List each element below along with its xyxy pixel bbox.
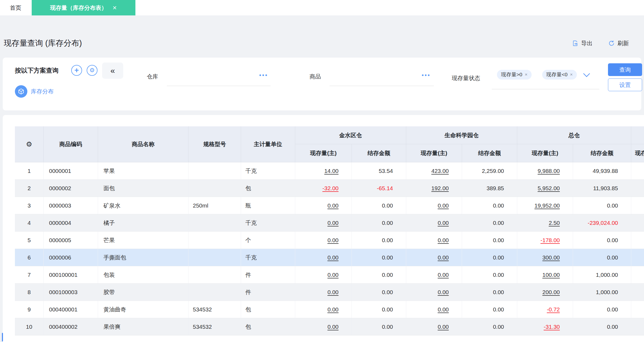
balance-amount-value: 0.00 bbox=[382, 254, 393, 261]
cell-row-number: 2 bbox=[15, 180, 44, 197]
stock-qty-link[interactable]: 14.00 bbox=[324, 168, 339, 174]
stock-qty-link[interactable]: 0.00 bbox=[438, 254, 449, 261]
stock-qty-link[interactable]: 0.00 bbox=[327, 324, 339, 330]
title-bar: 现存量查询 (库存分布) 导出 刷新 bbox=[4, 32, 629, 54]
stock-qty-link[interactable]: 0.00 bbox=[438, 324, 449, 330]
cell-product-code: 0000001 bbox=[44, 162, 98, 180]
tab-home-label: 首页 bbox=[10, 4, 21, 12]
cell-row-number: 8 bbox=[15, 284, 44, 301]
cell-stock-qty: 2.50 bbox=[517, 214, 573, 232]
cell-balance-amount: 389.85 bbox=[462, 180, 517, 197]
export-icon bbox=[572, 40, 578, 47]
balance-amount-value: 0.00 bbox=[382, 237, 393, 244]
cell-spec bbox=[188, 249, 241, 266]
stock-qty-link[interactable]: 423.00 bbox=[431, 168, 449, 174]
stock-qty-link[interactable]: 0.00 bbox=[327, 272, 339, 278]
cell-spec: 250ml bbox=[188, 197, 241, 214]
stock-qty-link[interactable]: 0.00 bbox=[327, 220, 339, 226]
stock-qty-link[interactable]: 0.00 bbox=[438, 272, 449, 278]
header-qty: 现存量(主) bbox=[517, 144, 573, 162]
cell-unit: 包 bbox=[241, 301, 295, 318]
header-group-jinshui: 金水区仓 bbox=[295, 126, 406, 144]
tab-inventory-distribution[interactable]: 现存量（库存分布表） ✕ bbox=[32, 0, 135, 15]
balance-amount-value: 0.00 bbox=[382, 272, 393, 278]
cell-stock-qty: 0.00 bbox=[295, 284, 352, 301]
scroll-indicator[interactable] bbox=[2, 333, 3, 341]
refresh-button[interactable]: 刷新 bbox=[608, 40, 629, 47]
page-title: 现存量查询 (库存分布) bbox=[4, 38, 82, 49]
cell-unit: 件 bbox=[241, 266, 295, 284]
stock-qty-link[interactable]: 0.00 bbox=[438, 289, 449, 295]
tab-close-icon[interactable]: ✕ bbox=[112, 5, 117, 11]
header-qty-partial: 现存量(主) bbox=[631, 144, 644, 162]
stock-qty-link[interactable]: 5,952.00 bbox=[538, 185, 560, 192]
stock-qty-link[interactable]: 0.00 bbox=[327, 202, 339, 209]
cell-stock-qty: 200.00 bbox=[517, 284, 573, 301]
export-button[interactable]: 导出 bbox=[572, 40, 593, 47]
balance-amount-value: 0.00 bbox=[607, 254, 618, 261]
product-more-icon[interactable] bbox=[422, 74, 430, 76]
header-group-partial bbox=[631, 126, 644, 144]
cell-balance-amount: 0.00 bbox=[462, 214, 517, 232]
stock-qty-link[interactable]: 0.00 bbox=[327, 306, 339, 313]
query-button[interactable]: 查询 bbox=[608, 63, 642, 76]
cube-icon bbox=[15, 85, 27, 98]
balance-amount-value: 0.00 bbox=[493, 202, 504, 209]
query-button-label: 查询 bbox=[619, 66, 631, 74]
stock-qty-link[interactable]: 0.00 bbox=[438, 220, 449, 226]
stock-qty-link[interactable]: 200.00 bbox=[542, 289, 560, 295]
filter-panel: 按以下方案查询 + ⚙ « 库存分布 仓库 商品 现存量状态 现存量>0 × 现… bbox=[3, 58, 641, 110]
warehouse-input[interactable] bbox=[167, 73, 271, 86]
warehouse-more-icon[interactable] bbox=[259, 74, 267, 76]
cell-product-name: 包装 bbox=[98, 266, 188, 284]
scheme-item-inventory-distribution[interactable]: 库存分布 bbox=[15, 85, 54, 98]
stock-qty-link[interactable]: 0.00 bbox=[438, 237, 449, 244]
stock-qty-link[interactable]: 300.00 bbox=[542, 254, 560, 261]
stock-qty-link[interactable]: 192.00 bbox=[431, 185, 449, 192]
stock-qty-link[interactable]: -0.72 bbox=[547, 306, 560, 313]
header-product-name: 商品名称 bbox=[98, 126, 188, 162]
stock-qty-link[interactable]: 0.00 bbox=[438, 202, 449, 209]
stock-qty-link[interactable]: -31.30 bbox=[544, 324, 560, 330]
add-scheme-button[interactable]: + bbox=[71, 65, 82, 76]
stock-qty-link[interactable]: 2.50 bbox=[549, 220, 560, 226]
cell-spec bbox=[188, 162, 241, 180]
header-group-life-science: 生命科学园仓 bbox=[406, 126, 517, 144]
collapse-panel-button[interactable]: « bbox=[102, 63, 123, 79]
stock-qty-link[interactable]: 0.00 bbox=[327, 254, 339, 261]
balance-amount-value: 0.00 bbox=[493, 324, 504, 330]
balance-amount-value: 0.00 bbox=[493, 220, 504, 226]
stock-qty-link[interactable]: 0.00 bbox=[327, 289, 339, 295]
stock-qty-link[interactable]: 19,952.00 bbox=[535, 202, 560, 209]
tab-home[interactable]: 首页 bbox=[0, 0, 31, 15]
cell-row-number: 9 bbox=[15, 301, 44, 318]
settings-button[interactable]: 设置 bbox=[608, 78, 642, 91]
stock-qty-link[interactable]: -32.00 bbox=[322, 185, 339, 192]
stock-qty-link[interactable]: 0.00 bbox=[438, 306, 449, 313]
cell-stock-qty: -31.30 bbox=[517, 318, 573, 336]
cell-spec bbox=[188, 214, 241, 232]
cell-spec: 534532 bbox=[188, 318, 241, 336]
product-input[interactable] bbox=[330, 73, 434, 86]
stock-qty-link[interactable]: -178.00 bbox=[541, 237, 560, 244]
stock-qty-link[interactable]: 0.00 bbox=[327, 237, 339, 244]
gear-icon[interactable]: ⚙ bbox=[26, 140, 32, 149]
cell-unit: 瓶 bbox=[241, 197, 295, 214]
cell-balance-amount: 0.00 bbox=[352, 284, 406, 301]
cell-balance-amount: 0.00 bbox=[462, 232, 517, 249]
scheme-settings-button[interactable]: ⚙ bbox=[87, 65, 97, 76]
cell-stock-qty: 5,952.00 bbox=[517, 180, 573, 197]
cell-unit: 包 bbox=[241, 318, 295, 336]
column-settings-header[interactable]: ⚙ bbox=[15, 126, 44, 162]
cell-unit: 包 bbox=[241, 180, 295, 197]
stock-qty-link[interactable]: 9,988.00 bbox=[538, 168, 560, 174]
stock-qty-link[interactable]: 100.00 bbox=[542, 272, 560, 278]
cell-stock-qty: 19,952.00 bbox=[517, 197, 573, 214]
cell-stock-qty: -32.00 bbox=[295, 180, 352, 197]
stock-status-input[interactable] bbox=[492, 68, 599, 89]
cell-balance-amount: 0.00 bbox=[352, 232, 406, 249]
cell-product-code: 000400002 bbox=[44, 318, 98, 336]
export-label: 导出 bbox=[581, 40, 593, 47]
balance-amount-value: 0.00 bbox=[382, 324, 393, 330]
tab-bar: 首页 现存量（库存分布表） ✕ bbox=[0, 0, 644, 15]
